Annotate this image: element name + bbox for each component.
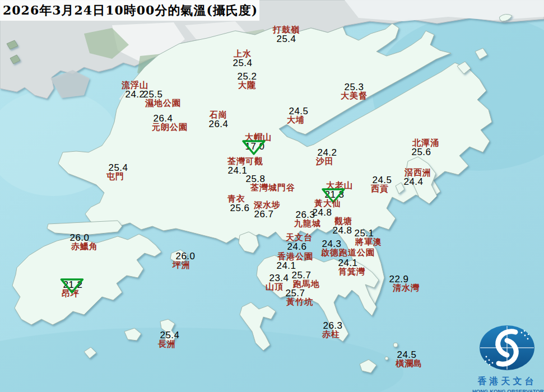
station-name: 坪洲 [171,261,191,269]
hko-logo: 香港天文台 HONG KONG OBSERVATORY [472,324,542,392]
station-name: 青衣 [226,195,246,203]
station-temperature: 26.4 [208,119,228,129]
station-name: 清水灣 [393,284,420,292]
station-temperature: 26.3 [323,321,342,330]
station-name: 北潭涌 [412,139,439,147]
station-temperature: 24.5 [372,175,392,185]
station: 24.3啟德跑道公園 [321,239,375,258]
station-name: 啟德跑道公園 [321,249,375,257]
station: 25.7黃竹坑 [286,288,313,307]
station: 25.1將軍澳 [355,228,382,247]
station-temperature: 25.4 [160,330,179,340]
hko-logo-name-chinese: 香港天文台 [472,376,542,388]
green-triangle-marker-icon [59,277,84,294]
station-temperature: 24.3 [305,239,359,249]
station-temperature: 25.2 [237,72,257,81]
station: 26.3赤柱 [321,321,341,339]
station-name: 深水埗 [254,201,281,209]
station: 天文台24.6 [286,234,313,252]
station: 大老山21.3 [326,181,353,200]
station-name: 濕地公園 [145,99,181,108]
station-temperature: 26.0 [66,233,93,242]
station-name: 元朗公園 [152,123,188,132]
station: 打鼓嶺25.4 [273,26,300,44]
station-name: 大老山 [326,181,353,190]
station-temperature: 25.1 [351,228,378,238]
station-temperature: 21.2 [63,280,82,290]
hko-logo-name-english: HONG KONG OBSERVATORY [472,388,542,392]
station-name: 長洲 [157,340,176,348]
station-name: 石崗 [208,111,228,119]
station-temperature: 24.2 [122,90,148,99]
station: 26.0坪洲 [171,251,191,270]
station: 大帽山17.0 [245,133,272,152]
station-name: 荃灣城門谷 [250,184,295,192]
station-name: 滘西洲 [404,169,431,177]
green-triangle-marker-icon [241,139,266,156]
station-name: 昂坪 [61,290,80,298]
station-name: 天文台 [286,234,313,242]
station-name: 大帽山 [245,133,272,142]
station: 25.3大美督 [341,82,368,101]
station-labels-layer: 打鼓嶺25.4上水25.425.2大隴流浮山24.225.5濕地公園25.3大美… [0,0,544,392]
station: 26.3九龍城 [294,210,321,228]
station: 北潭涌25.6 [412,139,439,157]
station-temperature: 26.7 [250,209,277,219]
station-temperature: 25.6 [230,203,249,213]
station: 上水25.4 [233,50,252,68]
station-temperature: 25.8 [233,174,278,184]
station: 25.4屯門 [105,163,125,181]
station-name: 觀塘 [333,217,353,226]
station-temperature: 24.1 [268,261,304,270]
station: 23.4山頂 [264,273,284,292]
station: 觀塘24.8 [333,217,353,236]
station: 25.5濕地公園 [145,90,181,108]
station: 25.8荃灣城門谷 [250,174,295,193]
station-temperature: 25.3 [341,82,368,92]
station: 深水埗26.7 [254,201,281,220]
station-name: 大埔 [286,116,305,124]
station-temperature: 24.5 [289,106,308,116]
station-temperature: 26.3 [292,210,319,220]
station-name: 大美督 [341,92,368,100]
station: 24.1筲箕灣 [338,258,365,277]
station-name: 大隴 [237,81,257,90]
hko-logo-icon [472,324,542,373]
station-name: 屯門 [105,172,125,181]
green-triangle-marker-icon [321,187,346,204]
station-name: 橫瀾島 [396,360,422,368]
station-temperature: 24.6 [283,242,310,251]
station: 流浮山24.2 [122,81,148,100]
station: 24.2沙田 [315,148,334,166]
station-temperature: 22.9 [385,274,412,284]
station: 24.5大埔 [286,106,305,125]
station-name: 筲箕灣 [338,268,365,276]
station: 25.7跑馬地 [293,270,320,289]
station-temperature: 24.1 [334,258,361,268]
station: 24.5橫瀾島 [396,350,422,368]
station: 香港公園24.1 [277,253,313,271]
station: 滘西洲24.4 [404,169,431,187]
station-name: 流浮山 [122,81,148,90]
station-name: 黃大仙 [314,199,341,208]
station-name: 將軍澳 [355,238,382,246]
station: 22.9清水灣 [393,274,420,293]
station-name: 香港公園 [277,253,313,261]
station-temperature: 24.8 [332,226,352,235]
station-temperature: 17.0 [241,142,268,151]
station-temperature: 21.3 [321,190,348,199]
station-temperature: 25.4 [108,163,128,172]
station-name: 打鼓嶺 [273,26,300,34]
station: 青衣25.6 [226,195,246,213]
station-temperature: 26.0 [175,251,195,261]
station-name: 黃竹坑 [286,298,313,306]
station: 25.2大隴 [237,72,257,90]
station-temperature: 25.7 [288,270,315,280]
station-name: 荃灣可觀 [227,157,263,166]
station-temperature: 24.5 [393,350,420,360]
station-temperature: 24.2 [317,148,337,157]
station-temperature: 24.8 [309,208,336,217]
station: 黃大仙24.8 [314,199,341,218]
station: 26.0赤鱲角 [71,233,98,251]
station-temperature: 23.4 [269,273,289,283]
